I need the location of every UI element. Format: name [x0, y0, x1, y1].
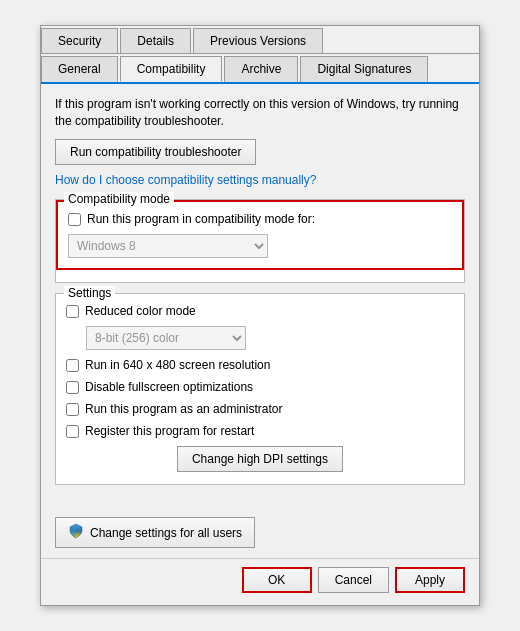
run-troubleshooter-button[interactable]: Run compatibility troubleshooter — [55, 139, 256, 165]
tab-security[interactable]: Security — [41, 28, 118, 53]
bottom-area: Change settings for all users — [41, 509, 479, 558]
disable-fullscreen-label: Disable fullscreen optimizations — [85, 380, 253, 394]
tab-archive[interactable]: Archive — [224, 56, 298, 82]
tab-compatibility[interactable]: Compatibility — [120, 56, 223, 82]
apply-button[interactable]: Apply — [395, 567, 465, 593]
footer-buttons: OK Cancel Apply — [41, 558, 479, 605]
os-select[interactable]: Windows 8 Windows 7 Windows Vista (SP2) … — [68, 234, 268, 258]
change-all-users-label: Change settings for all users — [90, 526, 242, 540]
shield-icon — [68, 523, 84, 542]
color-select-wrapper: 8-bit (256) color 16-bit color — [86, 326, 454, 350]
color-depth-select[interactable]: 8-bit (256) color 16-bit color — [86, 326, 246, 350]
properties-dialog: Security Details Previous Versions Gener… — [40, 25, 480, 607]
disable-fullscreen-row: Disable fullscreen optimizations — [66, 380, 454, 394]
tab-details[interactable]: Details — [120, 28, 191, 53]
disable-fullscreen-checkbox[interactable] — [66, 381, 79, 394]
compatibility-mode-section: Compatibility mode Run this program in c… — [55, 199, 465, 283]
compat-mode-box: Run this program in compatibility mode f… — [56, 200, 464, 270]
compat-checkbox-row: Run this program in compatibility mode f… — [68, 212, 452, 226]
how-to-link[interactable]: How do I choose compatibility settings m… — [55, 173, 316, 187]
tab-bar-bottom: General Compatibility Archive Digital Si… — [41, 54, 479, 84]
tab-content: If this program isn't working correctly … — [41, 84, 479, 510]
reduced-color-checkbox[interactable] — [66, 305, 79, 318]
run-640-label: Run in 640 x 480 screen resolution — [85, 358, 270, 372]
run-as-admin-label: Run this program as an administrator — [85, 402, 282, 416]
compatibility-mode-label: Compatibility mode — [64, 192, 174, 206]
reduced-color-label: Reduced color mode — [85, 304, 196, 318]
os-select-wrapper: Windows 8 Windows 7 Windows Vista (SP2) … — [68, 234, 452, 258]
cancel-button[interactable]: Cancel — [318, 567, 389, 593]
change-all-users-button[interactable]: Change settings for all users — [55, 517, 255, 548]
tab-digital-signatures[interactable]: Digital Signatures — [300, 56, 428, 82]
ok-button[interactable]: OK — [242, 567, 312, 593]
run-640-checkbox[interactable] — [66, 359, 79, 372]
tab-general[interactable]: General — [41, 56, 118, 82]
run-as-admin-row: Run this program as an administrator — [66, 402, 454, 416]
settings-section: Settings Reduced color mode 8-bit (256) … — [55, 293, 465, 485]
compat-mode-checkbox[interactable] — [68, 213, 81, 226]
tab-bar-top: Security Details Previous Versions — [41, 26, 479, 54]
run-640-row: Run in 640 x 480 screen resolution — [66, 358, 454, 372]
register-restart-label: Register this program for restart — [85, 424, 254, 438]
tab-previous-versions[interactable]: Previous Versions — [193, 28, 323, 53]
settings-section-label: Settings — [64, 286, 115, 300]
compat-mode-label-text: Run this program in compatibility mode f… — [87, 212, 315, 226]
intro-text: If this program isn't working correctly … — [55, 96, 465, 130]
register-restart-row: Register this program for restart — [66, 424, 454, 438]
reduced-color-row: Reduced color mode — [66, 304, 454, 318]
change-dpi-button[interactable]: Change high DPI settings — [177, 446, 343, 472]
register-restart-checkbox[interactable] — [66, 425, 79, 438]
run-as-admin-checkbox[interactable] — [66, 403, 79, 416]
